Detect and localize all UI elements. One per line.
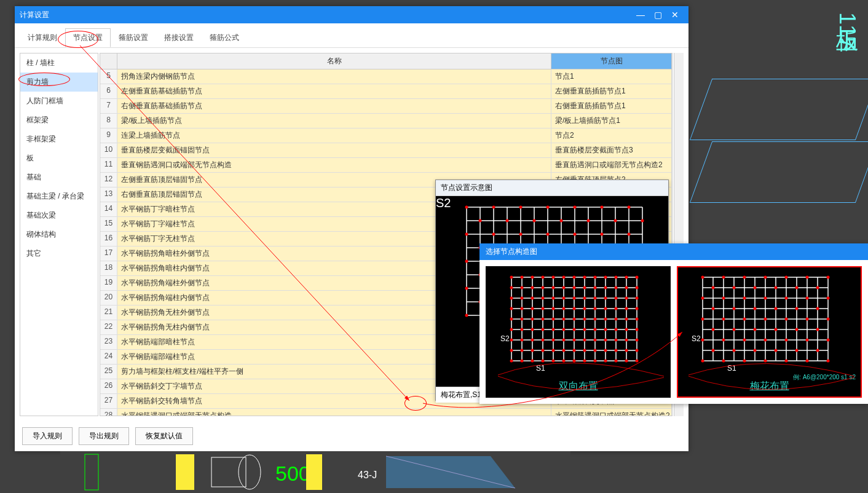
cell-node[interactable]: 梁/板上墙插筋节点1 xyxy=(551,114,672,128)
option-note: 例: A6@200*200 s1 s2 xyxy=(793,373,856,382)
svg-point-202 xyxy=(542,349,545,352)
sidebar-item-8[interactable]: 基础次梁 xyxy=(20,206,98,225)
svg-point-109 xyxy=(521,276,524,279)
layout-option-0[interactable]: S1S2双向布置 xyxy=(486,266,671,398)
svg-point-169 xyxy=(604,318,607,321)
sidebar-item-1[interactable]: 剪力墙 xyxy=(20,73,98,92)
svg-point-143 xyxy=(604,297,607,300)
option-label: 梅花布置 xyxy=(750,380,789,393)
svg-point-144 xyxy=(615,297,618,300)
svg-point-149 xyxy=(531,307,534,310)
svg-point-146 xyxy=(636,297,639,300)
cell-node[interactable]: 水平钢筋遇洞口或端部无节点构造2 xyxy=(551,409,672,416)
sidebar-item-2[interactable]: 人防门框墙 xyxy=(20,92,98,111)
cell-name: 左侧垂直筋基础插筋节点 xyxy=(117,84,551,98)
reset-defaults-button[interactable]: 恢复默认值 xyxy=(135,427,193,445)
svg-point-164 xyxy=(552,318,555,321)
cad-bottom-strip: 500 43-J xyxy=(60,451,570,493)
cell-node[interactable]: 节点2 xyxy=(551,128,672,143)
svg-point-198 xyxy=(636,339,639,342)
svg-point-157 xyxy=(615,307,618,310)
svg-point-133 xyxy=(636,286,639,290)
table-row[interactable]: 5拐角连梁内侧钢筋节点节点1 xyxy=(100,69,672,84)
cell-node[interactable]: 垂直筋楼层变截面节点3 xyxy=(551,143,672,157)
cell-index: 12 xyxy=(100,173,117,187)
cell-node[interactable]: 垂直筋遇洞口或端部无节点构造2 xyxy=(551,158,672,172)
table-row[interactable]: 28水平钢筋遇洞口或端部无节点构造水平钢筋遇洞口或端部无节点构造2 xyxy=(100,409,672,416)
svg-point-186 xyxy=(510,339,513,342)
svg-point-207 xyxy=(594,349,597,352)
cell-index: 6 xyxy=(100,84,117,98)
sidebar-item-3[interactable]: 框架梁 xyxy=(20,111,98,130)
table-row[interactable]: 7右侧垂直筋基础插筋节点右侧垂直筋插筋节点1 xyxy=(100,99,672,114)
layout-option-1[interactable]: S1S2梅花布置例: A6@200*200 s1 s2 xyxy=(677,266,862,398)
cell-name: 拐角连梁内侧钢筋节点 xyxy=(117,69,551,84)
tab-4[interactable]: 箍筋公式 xyxy=(202,28,247,47)
svg-point-216 xyxy=(552,360,555,363)
svg-point-148 xyxy=(521,307,524,310)
svg-point-289 xyxy=(722,339,725,342)
svg-point-182 xyxy=(604,328,607,331)
svg-point-118 xyxy=(615,276,618,279)
svg-point-220 xyxy=(594,360,597,363)
sidebar-item-6[interactable]: 基础 xyxy=(20,168,98,187)
svg-point-179 xyxy=(573,328,576,331)
cell-name: 水平钢筋遇洞口或端部无节点构造 xyxy=(117,409,551,416)
titlebar[interactable]: 计算设置 — ▢ ✕ xyxy=(15,6,688,23)
minimize-button[interactable]: — xyxy=(632,9,649,21)
sidebar-item-5[interactable]: 板 xyxy=(20,149,98,168)
svg-point-188 xyxy=(531,339,534,342)
dialog-title: 计算设置 xyxy=(20,10,632,20)
cad-rect-2 xyxy=(690,141,868,203)
export-rules-button[interactable]: 导出规则 xyxy=(79,427,129,445)
svg-point-267 xyxy=(806,297,809,300)
svg-point-160 xyxy=(510,318,513,321)
svg-point-121 xyxy=(510,286,513,290)
table-row[interactable]: 11垂直钢筋遇洞口或端部无节点构造垂直筋遇洞口或端部无节点构造2 xyxy=(100,158,672,173)
svg-point-180 xyxy=(583,328,586,331)
table-row[interactable]: 9连梁上墙插筋节点节点2 xyxy=(100,128,672,143)
svg-point-178 xyxy=(562,328,566,331)
table-row[interactable]: 10垂直筋楼层变截面锚固节点垂直筋楼层变截面节点3 xyxy=(100,143,672,158)
svg-point-304 xyxy=(764,360,767,363)
svg-point-295 xyxy=(712,349,715,352)
maximize-button[interactable]: ▢ xyxy=(649,9,666,21)
select-popup-title: 选择节点构造图 xyxy=(479,243,868,260)
svg-point-117 xyxy=(604,276,607,279)
svg-point-298 xyxy=(775,349,778,352)
table-row[interactable]: 8梁/板上墙插筋节点梁/板上墙插筋节点1 xyxy=(100,114,672,128)
svg-point-166 xyxy=(573,318,576,321)
tab-3[interactable]: 搭接设置 xyxy=(156,28,202,47)
svg-point-177 xyxy=(552,328,555,331)
cell-node[interactable]: 节点1 xyxy=(551,69,672,84)
sidebar-item-0[interactable]: 柱 / 墙柱 xyxy=(20,53,98,73)
svg-point-296 xyxy=(733,349,736,352)
cell-node[interactable]: 右侧垂直筋插筋节点1 xyxy=(551,99,672,113)
svg-point-26 xyxy=(546,206,550,209)
svg-point-196 xyxy=(615,339,618,342)
cell-node[interactable]: 左侧垂直筋插筋节点1 xyxy=(551,84,672,98)
tab-0[interactable]: 计算规则 xyxy=(20,28,65,47)
svg-point-286 xyxy=(795,328,799,331)
import-rules-button[interactable]: 导入规则 xyxy=(22,427,73,445)
table-row[interactable]: 6左侧垂直筋基础插筋节点左侧垂直筋插筋节点1 xyxy=(100,84,672,99)
select-popup-body: S1S2双向布置S1S2梅花布置例: A6@200*200 s1 s2 xyxy=(479,260,868,404)
svg-point-214 xyxy=(531,360,534,363)
cell-index: 11 xyxy=(100,158,117,172)
svg-point-266 xyxy=(785,297,788,300)
svg-point-120 xyxy=(636,276,639,279)
tab-1[interactable]: 节点设置 xyxy=(65,28,111,47)
svg-text:S2: S2 xyxy=(692,334,701,343)
tab-2[interactable]: 箍筋设置 xyxy=(111,28,156,47)
sidebar-item-7[interactable]: 基础主梁 / 承台梁 xyxy=(20,187,98,206)
close-button[interactable]: ✕ xyxy=(666,9,684,21)
sidebar-item-9[interactable]: 砌体结构 xyxy=(20,225,98,244)
svg-point-262 xyxy=(701,297,704,300)
svg-point-277 xyxy=(743,318,746,321)
svg-point-190 xyxy=(552,339,555,342)
table-header: 名称 节点图 xyxy=(100,53,672,69)
svg-point-265 xyxy=(764,297,767,300)
sidebar-item-10[interactable]: 其它 xyxy=(20,244,98,263)
sidebar-item-4[interactable]: 非框架梁 xyxy=(20,130,98,149)
svg-point-209 xyxy=(615,349,618,352)
